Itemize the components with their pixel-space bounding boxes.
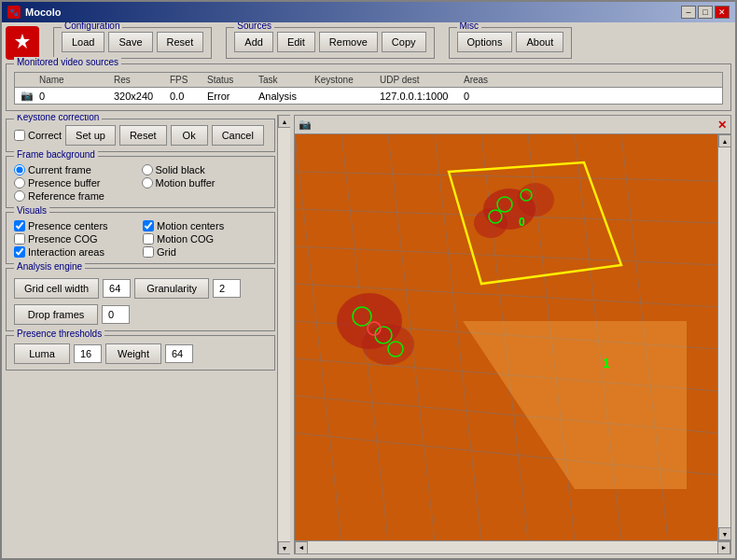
configuration-label: Configuration [62, 22, 122, 31]
video-scrollbar-h: ◄ ► [295, 540, 730, 553]
title-bar-controls: – □ ✕ [681, 6, 730, 19]
options-button[interactable]: Options [457, 32, 513, 52]
motion-buffer-label: Motion buffer [156, 177, 216, 189]
motion-centers-label: Motion centers [157, 220, 224, 231]
video-close-button[interactable]: ✕ [717, 119, 727, 132]
analysis-engine-group: Analysis engine Grid cell width 64 Granu… [6, 268, 275, 331]
row-task: Analysis [257, 91, 313, 102]
grid-cell-width-button[interactable]: Grid cell width [14, 278, 99, 299]
drop-frames-row: Drop frames 0 [14, 304, 267, 325]
window-title: Mocolo [25, 7, 62, 18]
drop-frames-button[interactable]: Drop frames [14, 304, 98, 325]
reset-button[interactable]: Reset [157, 32, 204, 52]
grid-cell-row: Grid cell width 64 Granularity 2 [14, 278, 267, 299]
col-icon [19, 74, 37, 86]
row-icon: 📷 [19, 90, 37, 102]
video-camera-icon: 📷 [299, 119, 312, 131]
presence-centers-item[interactable]: Presence centers [14, 220, 138, 231]
keystone-label: Keystone correction [14, 115, 102, 122]
table-row[interactable]: 📷 0 320x240 0.0 Error Analysis 127.0.0.1… [15, 88, 722, 104]
scroll-track-v[interactable] [278, 128, 290, 541]
radio-current-frame[interactable]: Current frame [14, 164, 140, 175]
correct-checkbox[interactable] [14, 130, 25, 141]
motion-cog-label: Motion COG [157, 233, 214, 245]
grid-checkbox[interactable] [143, 246, 154, 258]
granularity-value: 2 [213, 279, 241, 298]
motion-cog-checkbox[interactable] [143, 233, 154, 245]
presence-thresholds-group: Presence thresholds Luma 16 Weight 64 [6, 335, 275, 371]
current-frame-label: Current frame [28, 164, 91, 175]
presence-cog-checkbox[interactable] [14, 233, 25, 245]
row-udp: 127.0.0.1:1000 [378, 91, 462, 102]
col-keystone: Keystone [313, 74, 378, 86]
presence-thresholds-label: Presence thresholds [14, 329, 104, 339]
sources-label: Sources [234, 22, 274, 31]
presence-centers-checkbox[interactable] [14, 220, 25, 231]
minimize-button[interactable]: – [681, 6, 696, 19]
add-button[interactable]: Add [234, 32, 273, 52]
video-scroll-down[interactable]: ▼ [718, 527, 730, 540]
save-button[interactable]: Save [108, 32, 152, 52]
ok-button[interactable]: Ok [171, 125, 208, 146]
presence-cog-item[interactable]: Presence COG [14, 233, 138, 245]
load-button[interactable]: Load [62, 32, 104, 52]
row-areas: 0 [462, 91, 508, 102]
misc-group: Misc Options About [449, 27, 573, 59]
left-scrollbar: ▲ ▼ [277, 115, 290, 554]
configuration-buttons: Load Save Reset [62, 32, 203, 52]
configuration-group: Configuration Load Save Reset [53, 27, 212, 59]
row-name: 0 [37, 91, 112, 102]
granularity-button[interactable]: Granularity [134, 278, 209, 299]
title-bar: 🐾 Mocolo – □ ✕ [2, 2, 735, 22]
cancel-button[interactable]: Cancel [212, 125, 264, 146]
correct-checkbox-item[interactable]: Correct [14, 130, 62, 141]
video-scroll-right[interactable]: ► [717, 541, 730, 554]
copy-button[interactable]: Copy [382, 32, 426, 52]
video-scroll-track-h[interactable] [308, 541, 717, 554]
luma-button[interactable]: Luma [14, 343, 70, 364]
grid-item[interactable]: Grid [143, 246, 267, 258]
motion-centers-item[interactable]: Motion centers [143, 220, 267, 231]
col-fps: FPS [168, 74, 205, 86]
video-scroll-left[interactable]: ◄ [295, 541, 308, 554]
edit-button[interactable]: Edit [277, 32, 315, 52]
scroll-up-button[interactable]: ▲ [278, 115, 290, 128]
presence-centers-label: Presence centers [28, 220, 108, 231]
scroll-down-button[interactable]: ▼ [278, 541, 290, 554]
radio-reference-frame[interactable]: Reference frame [14, 190, 140, 202]
weight-value: 64 [165, 344, 193, 363]
row-status: Error [205, 91, 257, 102]
col-res: Res [112, 74, 168, 86]
remove-button[interactable]: Remove [319, 32, 378, 52]
visuals-group: Visuals Presence centers Motion centers [6, 212, 275, 264]
radio-motion-buffer[interactable]: Motion buffer [142, 177, 268, 189]
right-panel: 📷 ✕ [294, 115, 731, 554]
left-panel: Keystone correction Correct Set up Reset… [6, 115, 277, 554]
motion-centers-checkbox[interactable] [143, 220, 154, 231]
close-button[interactable]: ✕ [715, 6, 730, 19]
app-icon: 🐾 [7, 6, 21, 19]
setup-button[interactable]: Set up [65, 125, 116, 146]
interaction-areas-label: Interaction areas [28, 246, 104, 258]
motion-cog-item[interactable]: Motion COG [143, 233, 267, 245]
about-button[interactable]: About [516, 32, 563, 52]
row-res: 320x240 [112, 91, 168, 102]
weight-button[interactable]: Weight [105, 343, 161, 364]
interaction-areas-checkbox[interactable] [14, 246, 25, 258]
keystone-reset-button[interactable]: Reset [119, 125, 167, 146]
radio-solid-black[interactable]: Solid black [142, 164, 268, 175]
main-window: 🐾 Mocolo – □ ✕ Configuration Load Save [0, 0, 737, 560]
video-scroll-up[interactable]: ▲ [718, 134, 730, 147]
col-areas: Areas [462, 74, 508, 86]
thresholds-row: Luma 16 Weight 64 [14, 343, 267, 364]
radio-presence-buffer[interactable]: Presence buffer [14, 177, 140, 189]
source-table-label: Monitored video sources [14, 57, 121, 67]
interaction-areas-item[interactable]: Interaction areas [14, 246, 138, 258]
table-header: Name Res FPS Status Task Keystone UDP de… [15, 73, 722, 88]
sources-buttons: Add Edit Remove Copy [234, 32, 425, 52]
col-udp: UDP dest [378, 74, 462, 86]
grid-label: Grid [157, 246, 176, 258]
video-scroll-track-v[interactable] [718, 147, 730, 527]
maximize-button[interactable]: □ [698, 6, 713, 19]
keystone-group: Keystone correction Correct Set up Reset… [6, 119, 275, 152]
